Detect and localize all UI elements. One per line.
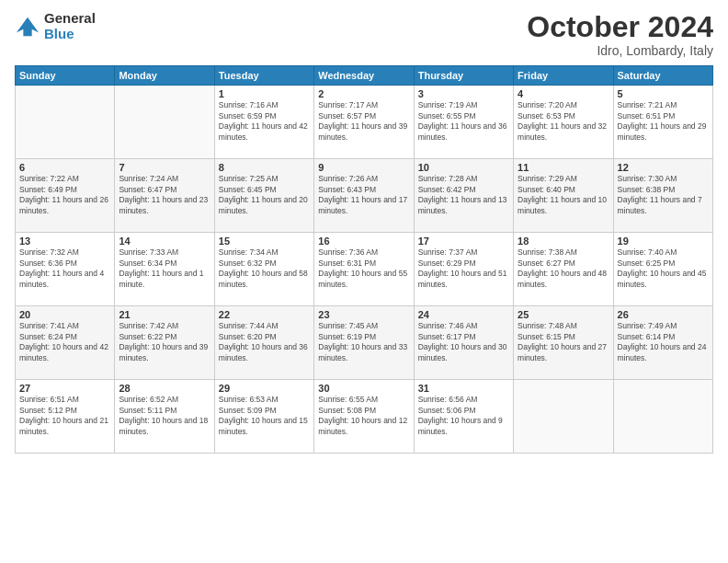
day-info: Sunrise: 7:26 AM Sunset: 6:43 PM Dayligh…: [318, 174, 409, 216]
calendar-cell: 14Sunrise: 7:33 AM Sunset: 6:34 PM Dayli…: [115, 233, 214, 306]
day-info: Sunrise: 7:36 AM Sunset: 6:31 PM Dayligh…: [318, 247, 409, 290]
weekday-header-friday: Friday: [514, 66, 613, 86]
day-info: Sunrise: 7:16 AM Sunset: 6:59 PM Dayligh…: [219, 100, 310, 143]
calendar-page: General Blue October 2024 Idro, Lombardy…: [0, 0, 728, 563]
calendar-week-2: 6Sunrise: 7:22 AM Sunset: 6:49 PM Daylig…: [16, 159, 713, 233]
day-number: 29: [219, 383, 310, 394]
day-info: Sunrise: 7:46 AM Sunset: 6:17 PM Dayligh…: [418, 321, 509, 363]
day-number: 24: [418, 309, 509, 320]
day-number: 30: [318, 383, 409, 394]
calendar-cell: 5Sunrise: 7:21 AM Sunset: 6:51 PM Daylig…: [613, 86, 712, 159]
day-number: 26: [618, 309, 709, 320]
title-block: October 2024 Idro, Lombardy, Italy: [527, 11, 713, 58]
calendar-cell: 8Sunrise: 7:25 AM Sunset: 6:45 PM Daylig…: [214, 159, 313, 233]
weekday-header-monday: Monday: [115, 66, 214, 86]
calendar-cell: [514, 380, 613, 454]
calendar-cell: 11Sunrise: 7:29 AM Sunset: 6:40 PM Dayli…: [514, 159, 613, 233]
day-info: Sunrise: 7:42 AM Sunset: 6:22 PM Dayligh…: [119, 321, 210, 363]
day-number: 23: [318, 309, 409, 320]
calendar-cell: 18Sunrise: 7:38 AM Sunset: 6:27 PM Dayli…: [514, 233, 613, 306]
calendar-cell: 25Sunrise: 7:48 AM Sunset: 6:15 PM Dayli…: [514, 306, 613, 380]
day-number: 10: [418, 162, 509, 173]
day-number: 1: [219, 88, 310, 99]
calendar-cell: 17Sunrise: 7:37 AM Sunset: 6:29 PM Dayli…: [414, 233, 513, 306]
weekday-header-thursday: Thursday: [414, 66, 513, 86]
calendar-cell: 24Sunrise: 7:46 AM Sunset: 6:17 PM Dayli…: [414, 306, 513, 380]
calendar-cell: 4Sunrise: 7:20 AM Sunset: 6:53 PM Daylig…: [514, 86, 613, 159]
weekday-header-saturday: Saturday: [613, 66, 712, 86]
day-number: 6: [19, 162, 110, 173]
svg-marker-0: [17, 17, 39, 36]
header: General Blue October 2024 Idro, Lombardy…: [15, 11, 713, 58]
day-info: Sunrise: 7:41 AM Sunset: 6:24 PM Dayligh…: [19, 321, 110, 363]
logo: General Blue: [15, 11, 96, 41]
day-info: Sunrise: 7:34 AM Sunset: 6:32 PM Dayligh…: [219, 247, 310, 290]
day-number: 17: [418, 236, 509, 247]
day-number: 27: [19, 383, 110, 394]
day-number: 14: [119, 236, 210, 247]
calendar-cell: 29Sunrise: 6:53 AM Sunset: 5:09 PM Dayli…: [214, 380, 313, 454]
day-number: 16: [318, 236, 409, 247]
calendar-week-4: 20Sunrise: 7:41 AM Sunset: 6:24 PM Dayli…: [16, 306, 713, 380]
day-info: Sunrise: 7:44 AM Sunset: 6:20 PM Dayligh…: [219, 321, 310, 363]
day-number: 18: [518, 236, 609, 247]
weekday-header-tuesday: Tuesday: [214, 66, 313, 86]
calendar-cell: 26Sunrise: 7:49 AM Sunset: 6:14 PM Dayli…: [613, 306, 712, 380]
calendar-cell: [115, 86, 214, 159]
day-number: 31: [418, 383, 509, 394]
day-info: Sunrise: 7:48 AM Sunset: 6:15 PM Dayligh…: [518, 321, 609, 363]
day-info: Sunrise: 7:25 AM Sunset: 6:45 PM Dayligh…: [219, 174, 310, 216]
calendar-cell: 13Sunrise: 7:32 AM Sunset: 6:36 PM Dayli…: [16, 233, 115, 306]
day-info: Sunrise: 7:40 AM Sunset: 6:25 PM Dayligh…: [618, 247, 709, 290]
calendar-cell: 21Sunrise: 7:42 AM Sunset: 6:22 PM Dayli…: [115, 306, 214, 380]
day-info: Sunrise: 7:37 AM Sunset: 6:29 PM Dayligh…: [418, 247, 509, 290]
calendar-cell: 20Sunrise: 7:41 AM Sunset: 6:24 PM Dayli…: [16, 306, 115, 380]
day-number: 21: [119, 309, 210, 320]
calendar-cell: 30Sunrise: 6:55 AM Sunset: 5:08 PM Dayli…: [314, 380, 414, 454]
day-info: Sunrise: 7:24 AM Sunset: 6:47 PM Dayligh…: [119, 174, 210, 216]
day-number: 20: [19, 309, 110, 320]
day-number: 15: [219, 236, 310, 247]
day-number: 5: [618, 88, 709, 99]
day-number: 19: [618, 236, 709, 247]
day-info: Sunrise: 7:45 AM Sunset: 6:19 PM Dayligh…: [318, 321, 409, 363]
day-number: 28: [119, 383, 210, 394]
day-info: Sunrise: 7:30 AM Sunset: 6:38 PM Dayligh…: [618, 174, 709, 216]
day-info: Sunrise: 7:28 AM Sunset: 6:42 PM Dayligh…: [418, 174, 509, 216]
calendar-week-5: 27Sunrise: 6:51 AM Sunset: 5:12 PM Dayli…: [16, 380, 713, 454]
calendar-cell: 3Sunrise: 7:19 AM Sunset: 6:55 PM Daylig…: [414, 86, 513, 159]
calendar-week-3: 13Sunrise: 7:32 AM Sunset: 6:36 PM Dayli…: [16, 233, 713, 306]
calendar-week-1: 1Sunrise: 7:16 AM Sunset: 6:59 PM Daylig…: [16, 86, 713, 159]
day-number: 25: [518, 309, 609, 320]
calendar-cell: 1Sunrise: 7:16 AM Sunset: 6:59 PM Daylig…: [214, 86, 313, 159]
day-info: Sunrise: 6:51 AM Sunset: 5:12 PM Dayligh…: [19, 395, 110, 437]
logo-blue: Blue: [44, 27, 96, 42]
calendar-cell: 10Sunrise: 7:28 AM Sunset: 6:42 PM Dayli…: [414, 159, 513, 233]
day-info: Sunrise: 7:29 AM Sunset: 6:40 PM Dayligh…: [518, 174, 609, 216]
logo-general: General: [44, 11, 96, 27]
day-info: Sunrise: 6:56 AM Sunset: 5:06 PM Dayligh…: [418, 395, 509, 437]
day-info: Sunrise: 7:22 AM Sunset: 6:49 PM Dayligh…: [19, 174, 110, 216]
calendar-cell: 6Sunrise: 7:22 AM Sunset: 6:49 PM Daylig…: [16, 159, 115, 233]
day-info: Sunrise: 7:33 AM Sunset: 6:34 PM Dayligh…: [119, 247, 210, 290]
day-number: 3: [418, 88, 509, 99]
calendar-cell: 28Sunrise: 6:52 AM Sunset: 5:11 PM Dayli…: [115, 380, 214, 454]
day-info: Sunrise: 7:17 AM Sunset: 6:57 PM Dayligh…: [318, 100, 409, 143]
day-info: Sunrise: 7:19 AM Sunset: 6:55 PM Dayligh…: [418, 100, 509, 143]
day-number: 11: [518, 162, 609, 173]
calendar-cell: 27Sunrise: 6:51 AM Sunset: 5:12 PM Dayli…: [16, 380, 115, 454]
calendar-cell: 16Sunrise: 7:36 AM Sunset: 6:31 PM Dayli…: [314, 233, 414, 306]
day-number: 7: [119, 162, 210, 173]
calendar-cell: 2Sunrise: 7:17 AM Sunset: 6:57 PM Daylig…: [314, 86, 414, 159]
calendar-cell: 15Sunrise: 7:34 AM Sunset: 6:32 PM Dayli…: [214, 233, 313, 306]
day-number: 12: [618, 162, 709, 173]
day-number: 8: [219, 162, 310, 173]
day-info: Sunrise: 6:55 AM Sunset: 5:08 PM Dayligh…: [318, 395, 409, 437]
day-info: Sunrise: 7:21 AM Sunset: 6:51 PM Dayligh…: [618, 100, 709, 143]
calendar-cell: 9Sunrise: 7:26 AM Sunset: 6:43 PM Daylig…: [314, 159, 414, 233]
day-number: 9: [318, 162, 409, 173]
calendar-cell: 22Sunrise: 7:44 AM Sunset: 6:20 PM Dayli…: [214, 306, 313, 380]
day-info: Sunrise: 7:32 AM Sunset: 6:36 PM Dayligh…: [19, 247, 110, 290]
calendar-cell: 19Sunrise: 7:40 AM Sunset: 6:25 PM Dayli…: [613, 233, 712, 306]
weekday-header-sunday: Sunday: [16, 66, 115, 86]
